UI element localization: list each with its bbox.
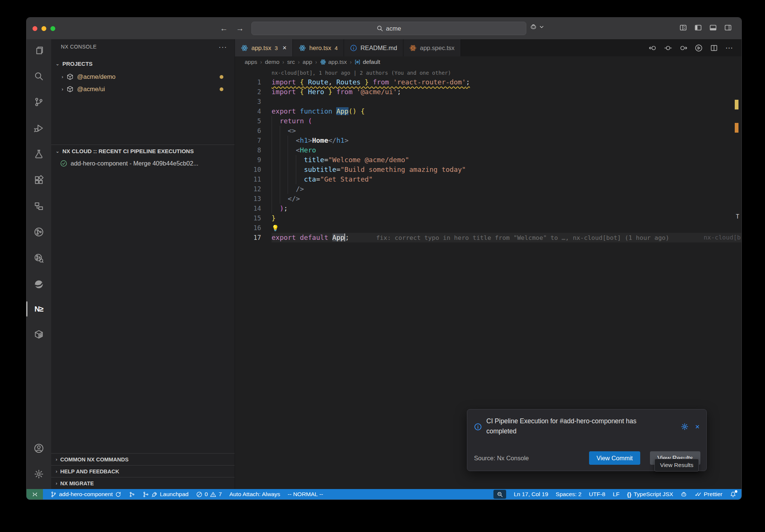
toggle-panel-icon[interactable] <box>709 24 717 31</box>
status-copilot[interactable] <box>681 489 687 499</box>
nav-forward-icon[interactable] <box>679 44 687 52</box>
indent-guide <box>272 174 280 184</box>
breadcrumb-file[interactable]: app.tsx <box>320 59 347 65</box>
code-line-content[interactable]: ); <box>272 204 741 213</box>
section-nx-cloud[interactable]: ⌄ NX CLOUD :: RECENT CI PIPELINE EXECUTI… <box>51 145 235 157</box>
maximize-window-button[interactable] <box>50 26 55 31</box>
status-launchpad[interactable]: Launchpad <box>143 489 189 499</box>
section-label: HELP AND FEEDBACK <box>60 468 119 474</box>
section-common-nx-commands[interactable]: ›COMMON NX COMMANDS <box>51 453 235 465</box>
code-token <box>357 107 361 115</box>
status-vim-mode[interactable]: -- NORMAL -- <box>288 489 323 499</box>
close-icon[interactable]: × <box>695 417 700 436</box>
code-line-content[interactable]: title="Welcome @acme/demo" <box>272 155 741 165</box>
activity-edge-tools[interactable] <box>27 275 51 294</box>
activity-explorer[interactable] <box>27 41 51 60</box>
status-prettier[interactable]: ✓✓Prettier <box>694 489 722 499</box>
code-line-content[interactable] <box>272 97 741 106</box>
code-line-content[interactable]: } <box>272 213 741 223</box>
breadcrumb-symbol[interactable]: default <box>354 59 380 65</box>
status-remote-indicator[interactable] <box>27 489 43 499</box>
pipeline-execution-item[interactable]: add-hero-component - Merge 409b44e5cb02.… <box>51 157 235 170</box>
search-value: acme <box>386 25 401 32</box>
activity-nx-console[interactable]: N≥ <box>27 299 51 319</box>
status-indentation[interactable]: Spaces: 2 <box>556 489 582 499</box>
code-line-content[interactable]: import { Hero } from '@acme/ui'; <box>272 87 741 97</box>
breadcrumb-item[interactable]: app <box>303 59 312 65</box>
code-line-content[interactable]: return ( <box>272 116 741 126</box>
code-line-content[interactable]: subtitle="Build something amazing today" <box>272 165 741 174</box>
code-line-content[interactable]: cta="Get Started" <box>272 174 741 184</box>
status-problems[interactable]: 07 <box>196 489 222 499</box>
activity-accounts[interactable] <box>27 439 51 458</box>
project-item[interactable]: ›@acme/ui <box>51 83 235 95</box>
tab-hero.tsx[interactable]: hero.tsx4 <box>293 39 344 56</box>
code-line-content[interactable]: </> <box>272 194 741 204</box>
breadcrumb-item[interactable]: src <box>287 59 295 65</box>
activity-related-projects[interactable] <box>27 197 51 216</box>
breadcrumb-item[interactable]: apps <box>245 59 257 65</box>
code-line-content[interactable]: 💡 <box>272 223 741 233</box>
status-zoom-indicator[interactable] <box>493 490 506 499</box>
activity-run-and-debug[interactable] <box>27 118 51 138</box>
status-auto-attach[interactable]: Auto Attach: Always <box>229 489 280 499</box>
tab-file-icon <box>409 44 416 52</box>
gear-icon[interactable] <box>681 417 688 436</box>
more-actions-icon[interactable]: ⋯ <box>725 43 733 52</box>
section-label: COMMON NX COMMANDS <box>60 457 128 463</box>
copilot-menu[interactable] <box>530 24 545 30</box>
toggle-right-sidebar-icon[interactable] <box>724 24 732 31</box>
status-notifications-bell[interactable] <box>730 489 736 499</box>
minimize-window-button[interactable] <box>41 26 46 31</box>
run-icon[interactable] <box>695 44 703 52</box>
activity-extensions[interactable] <box>27 170 51 190</box>
view-commit-button[interactable]: View Commit <box>589 451 640 465</box>
activity-source-control[interactable] <box>27 92 51 112</box>
section-help-and-feedback[interactable]: ›HELP AND FEEDBACK <box>51 465 235 477</box>
tab-README.md[interactable]: README.md <box>344 39 403 56</box>
code-token: ) <box>280 204 284 212</box>
code-line-content[interactable]: <h1>Home</h1> <box>272 136 741 145</box>
code-line-content[interactable]: /> <box>272 184 741 194</box>
activity-settings[interactable] <box>27 464 51 484</box>
status-eol[interactable]: LF <box>613 489 619 499</box>
toggle-left-sidebar-icon[interactable] <box>694 24 702 31</box>
code-line: 1import { Route, Routes } from 'react-ro… <box>235 77 741 87</box>
activity-pipeline-search[interactable] <box>27 248 51 268</box>
tab-app.spec.tsx[interactable]: app.spec.tsx <box>403 39 461 56</box>
close-tab-icon[interactable]: × <box>283 44 287 52</box>
project-item[interactable]: ›@acme/demo <box>51 71 235 83</box>
activity-containers[interactable] <box>27 325 51 344</box>
history-forward-icon[interactable]: → <box>236 24 244 33</box>
nav-back-icon[interactable] <box>649 44 657 52</box>
section-projects[interactable]: ⌄ PROJECTS <box>51 58 235 69</box>
code-line-content[interactable]: export function App() { <box>272 106 741 116</box>
code-line-content[interactable]: <> <box>272 126 741 136</box>
activity-search[interactable] <box>27 66 51 86</box>
code-line-content[interactable]: import { Route, Routes } from 'react-rou… <box>272 77 741 87</box>
status-text: Auto Attach: Always <box>229 491 280 498</box>
lightbulb-icon[interactable]: 💡 <box>272 225 279 232</box>
activity-testing[interactable] <box>27 144 51 164</box>
status-language-mode[interactable]: {}TypeScript JSX <box>627 489 673 499</box>
status-cursor-position[interactable]: Ln 17, Col 19 <box>514 489 548 499</box>
breadcrumb-item[interactable]: demo <box>265 59 279 65</box>
tab-app.tsx[interactable]: app.tsx3× <box>235 39 293 56</box>
split-editor-icon[interactable] <box>710 44 718 52</box>
history-back-icon[interactable]: ← <box>220 24 228 33</box>
close-window-button[interactable] <box>32 26 37 31</box>
code-line-content[interactable]: <Hero <box>272 145 741 155</box>
command-center-search[interactable]: acme <box>251 22 526 35</box>
section-nx-migrate[interactable]: ›NX MIGRATE <box>51 477 235 489</box>
status-git-branch[interactable]: add-hero-component <box>50 489 121 499</box>
status-commit-graph[interactable] <box>129 489 135 499</box>
minimap-text-artifact: T <box>736 213 739 220</box>
activity-pipeline[interactable] <box>27 222 51 242</box>
status-encoding[interactable]: UTF-8 <box>589 489 606 499</box>
code-line-content[interactable]: export default App;fix: correct typo in … <box>272 233 741 242</box>
nav-dot-icon[interactable] <box>664 44 672 52</box>
customize-layout-icon[interactable] <box>679 24 687 31</box>
more-actions-icon[interactable]: ··· <box>219 43 227 51</box>
pipeline-search-icon <box>34 253 44 263</box>
code-token: ( <box>308 117 312 125</box>
